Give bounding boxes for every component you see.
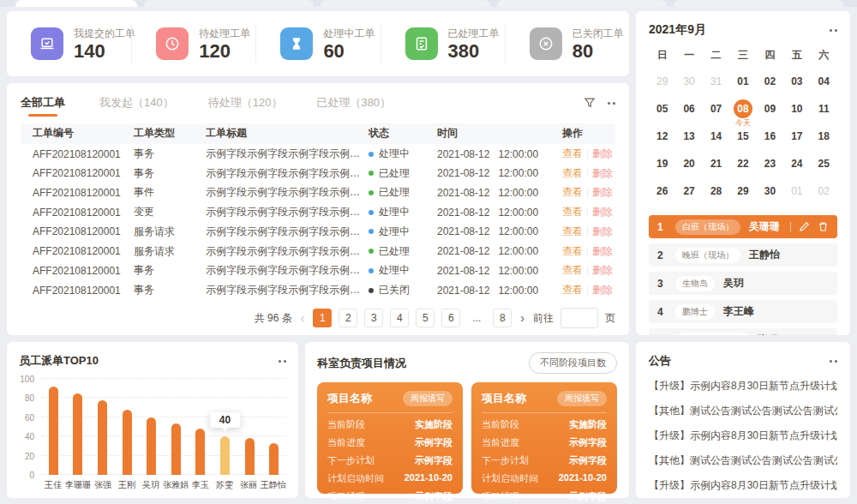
calendar-more-icon[interactable] (830, 29, 837, 32)
calendar-day[interactable]: 18 今天 (811, 125, 837, 147)
delete-link[interactable]: 删除 (592, 283, 613, 297)
browser-tab[interactable] (321, 0, 490, 7)
page-button[interactable]: ... (467, 309, 486, 327)
weekly-report-tag[interactable]: 周报填写 (557, 391, 607, 406)
calendar-day[interactable]: 21 今天 (703, 153, 729, 174)
delete-link[interactable]: 删除 (592, 185, 613, 200)
browser-tab[interactable] (674, 0, 843, 7)
page-goto-input[interactable] (560, 308, 598, 328)
bar-李玉[interactable] (195, 429, 205, 475)
view-link[interactable]: 查看 (562, 263, 583, 278)
table-row[interactable]: AFF202108120001 事务 示例字段示例字段示例字段示例字段示例字段 … (21, 144, 615, 164)
schedule-item[interactable]: 1 白班（现场） 吴珊珊 (649, 215, 837, 238)
calendar-day[interactable]: 30 今天 (757, 180, 783, 201)
page-button[interactable]: 3 (364, 309, 383, 327)
calendar-day[interactable]: 22 今天 (729, 153, 756, 174)
bar-李珊珊[interactable] (73, 393, 82, 475)
page-button[interactable]: 2 (339, 309, 357, 327)
table-row[interactable]: AFF202108120001 事务 示例字段示例字段示例字段示例字段示例字段 … (21, 280, 615, 300)
calendar-day[interactable]: 01 今天 (729, 70, 756, 92)
bar-王静怡[interactable] (269, 443, 279, 475)
view-link[interactable]: 查看 (562, 283, 583, 297)
delete-icon[interactable] (818, 221, 829, 232)
calendar-day[interactable]: 04 今天 (811, 70, 837, 92)
table-row[interactable]: AFF202108120001 事务 示例字段示例字段示例字段示例字段示例字段 … (21, 164, 615, 183)
workorders-tab[interactable]: 全部工单 (21, 95, 65, 111)
page-button[interactable]: 8 (493, 309, 512, 327)
bar-苏雯[interactable] (220, 436, 230, 475)
view-link[interactable]: 查看 (562, 166, 583, 181)
table-row[interactable]: AFF202108120001 服务请求 示例字段示例字段示例字段示例字段示例字… (21, 222, 615, 242)
table-row[interactable]: AFF202108120001 变更 示例字段示例字段示例字段示例字段示例字段 … (21, 202, 615, 222)
view-link[interactable]: 查看 (562, 185, 583, 200)
schedule-item[interactable]: 3 生物岛 吴玥 (649, 272, 837, 295)
announcement-item[interactable]: 【升级】示例内容8月30日新节点升级计划通知 (649, 478, 837, 493)
bar-吴玥[interactable] (147, 417, 156, 475)
page-button[interactable]: 4 (390, 309, 409, 327)
project-card[interactable]: 项目名称 周报填写 当前阶段 实施阶段 当前进度 示例字段 下一步计划 (317, 382, 463, 494)
workorders-tab[interactable]: 我发起（140） (99, 95, 174, 111)
page-button[interactable]: 5 (416, 309, 434, 327)
view-link[interactable]: 查看 (562, 244, 583, 259)
calendar-day[interactable]: 09 今天 (757, 98, 783, 119)
calendar-day[interactable]: 02 今天 (811, 180, 837, 201)
table-row[interactable]: AFF202108120001 服务请求 示例字段示例字段示例字段示例字段示例字… (21, 242, 615, 261)
calendar-day[interactable]: 12 今天 (649, 125, 675, 147)
chart-more-icon[interactable] (279, 360, 286, 363)
browser-tab[interactable] (144, 0, 314, 7)
view-link[interactable]: 查看 (562, 225, 583, 239)
schedule-item[interactable]: 2 晚班（现场） 王静怡 (649, 243, 837, 267)
stage-count-button[interactable]: 不同阶段项目数 (529, 352, 617, 374)
view-link[interactable]: 查看 (562, 205, 583, 219)
announcement-item[interactable]: 【其他】测试公告测试公告测试公告测试公告测试公告 (649, 404, 837, 418)
calendar-day[interactable]: 23 今天 (757, 153, 783, 174)
delete-link[interactable]: 删除 (592, 147, 613, 161)
bar-张丽[interactable] (245, 438, 255, 475)
browser-tab[interactable] (497, 0, 667, 7)
workorders-tab[interactable]: 待处理（120） (208, 95, 283, 111)
calendar-day[interactable]: 07 今天 (703, 98, 729, 119)
calendar-day[interactable]: 02 今天 (757, 70, 783, 92)
announcement-item[interactable]: 【升级】示例内容8月30日新节点升级计划通知 (649, 429, 837, 443)
calendar-day[interactable]: 20 今天 (675, 153, 702, 174)
weekly-report-tag[interactable]: 周报填写 (403, 391, 452, 406)
calendar-day[interactable]: 28 今天 (703, 180, 729, 201)
page-button[interactable]: 1 (313, 309, 332, 327)
calendar-day[interactable]: 29 今天 (649, 70, 675, 92)
bar-张雅娟[interactable] (171, 423, 181, 475)
workorders-tab[interactable]: 已处理（380） (316, 95, 391, 111)
filter-icon[interactable] (584, 97, 596, 109)
view-link[interactable]: 查看 (562, 147, 583, 161)
calendar-day[interactable]: 24 今天 (783, 153, 810, 174)
delete-link[interactable]: 删除 (592, 225, 613, 239)
next-page-button[interactable]: › (518, 311, 526, 325)
prev-page-button[interactable]: ‹ (299, 311, 307, 325)
calendar-day[interactable]: 29 今天 (729, 180, 756, 201)
page-button[interactable]: 6 (441, 309, 460, 327)
more-icon[interactable] (608, 102, 615, 105)
calendar-day[interactable]: 03 今天 (783, 70, 810, 92)
calendar-day[interactable]: 14 今天 (703, 125, 729, 147)
delete-link[interactable]: 删除 (592, 166, 613, 181)
delete-link[interactable]: 删除 (592, 244, 613, 259)
calendar-day[interactable]: 01 今天 (783, 180, 810, 201)
browser-tab-active[interactable] (15, 0, 137, 7)
bar-王刚[interactable] (123, 410, 132, 475)
bar-王佳[interactable] (49, 387, 58, 475)
announcement-item[interactable]: 【升级】示例内容8月30日新节点升级计划通知 (649, 379, 837, 393)
calendar-day[interactable]: 31 今天 (703, 70, 729, 92)
announcements-more-icon[interactable] (830, 360, 837, 363)
schedule-item[interactable]: 5 白班（非现场） 张强 (649, 328, 837, 335)
edit-icon[interactable] (799, 221, 810, 232)
project-card[interactable]: 项目名称 周报填写 当前阶段 实施阶段 当前进度 示例字段 下一步计划 (471, 382, 617, 494)
announcement-item[interactable]: 【其他】测试公告测试公告测试公告测试公告测试公告 (649, 453, 837, 468)
calendar-day[interactable]: 06 今天 (675, 98, 702, 119)
calendar-day[interactable]: 05 今天 (649, 98, 675, 119)
calendar-day[interactable]: 16 今天 (757, 125, 783, 147)
calendar-day[interactable]: 15 今天 (729, 125, 756, 147)
delete-link[interactable]: 删除 (592, 263, 613, 278)
calendar-day[interactable]: 26 今天 (649, 180, 675, 201)
calendar-day[interactable]: 19 今天 (649, 153, 675, 174)
schedule-item[interactable]: 4 鹏博士 李王峰 (649, 300, 837, 323)
table-row[interactable]: AFF202108120001 事务 示例字段示例字段示例字段示例字段示例字段 … (21, 261, 615, 281)
